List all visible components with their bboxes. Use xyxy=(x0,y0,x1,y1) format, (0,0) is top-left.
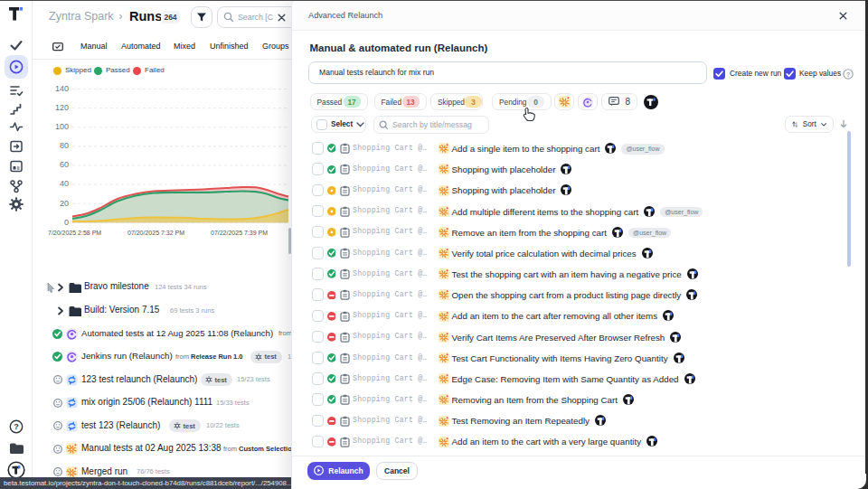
svg-text:?: ? xyxy=(846,70,851,78)
